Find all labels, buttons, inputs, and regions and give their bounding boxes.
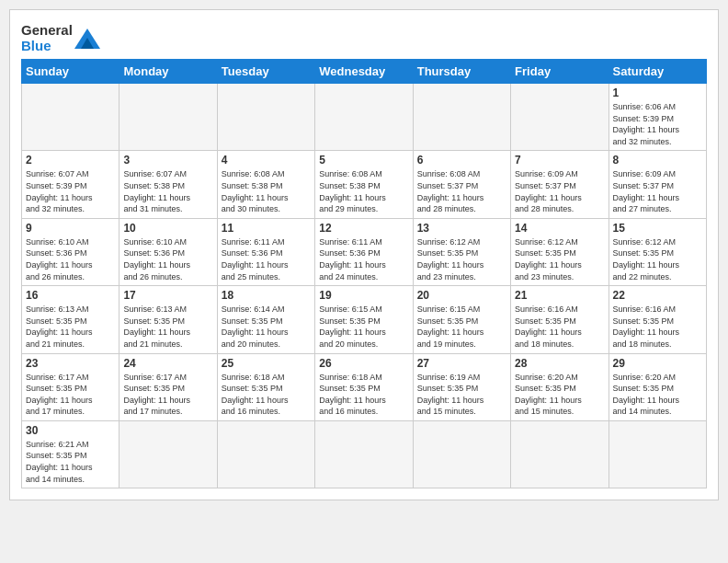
day-info: Sunrise: 6:17 AM Sunset: 5:35 PM Dayligh…: [26, 372, 115, 418]
day-number: 24: [123, 357, 212, 370]
calendar-cell: 2Sunrise: 6:07 AM Sunset: 5:39 PM Daylig…: [22, 151, 119, 218]
day-info: Sunrise: 6:08 AM Sunset: 5:38 PM Dayligh…: [222, 168, 311, 214]
week-row-4: 23Sunrise: 6:17 AM Sunset: 5:35 PM Dayli…: [22, 353, 707, 420]
day-info: Sunrise: 6:10 AM Sunset: 5:36 PM Dayligh…: [26, 236, 115, 282]
calendar-cell: 14Sunrise: 6:12 AM Sunset: 5:35 PM Dayli…: [511, 218, 609, 285]
week-row-2: 9Sunrise: 6:10 AM Sunset: 5:36 PM Daylig…: [22, 218, 707, 285]
day-number: 11: [222, 222, 311, 235]
calendar-cell: [119, 84, 217, 151]
day-info: Sunrise: 6:16 AM Sunset: 5:35 PM Dayligh…: [613, 304, 702, 350]
day-info: Sunrise: 6:19 AM Sunset: 5:35 PM Dayligh…: [417, 372, 506, 418]
day-number: 26: [319, 357, 408, 370]
day-number: 12: [319, 222, 408, 235]
day-info: Sunrise: 6:15 AM Sunset: 5:35 PM Dayligh…: [417, 304, 506, 350]
weekday-header-saturday: Saturday: [609, 60, 706, 84]
calendar-cell: 27Sunrise: 6:19 AM Sunset: 5:35 PM Dayli…: [413, 353, 510, 420]
day-number: 13: [417, 222, 506, 235]
day-number: 28: [515, 357, 604, 370]
day-info: Sunrise: 6:10 AM Sunset: 5:36 PM Dayligh…: [123, 236, 212, 282]
calendar-cell: 15Sunrise: 6:12 AM Sunset: 5:35 PM Dayli…: [609, 218, 706, 285]
logo-blue: Blue: [21, 38, 51, 53]
day-info: Sunrise: 6:06 AM Sunset: 5:39 PM Dayligh…: [613, 101, 702, 147]
calendar-cell: [315, 420, 413, 488]
calendar-cell: 22Sunrise: 6:16 AM Sunset: 5:35 PM Dayli…: [609, 286, 706, 353]
calendar-cell: 21Sunrise: 6:16 AM Sunset: 5:35 PM Dayli…: [511, 286, 609, 353]
day-number: 27: [417, 357, 506, 370]
day-info: Sunrise: 6:21 AM Sunset: 5:35 PM Dayligh…: [26, 439, 115, 485]
day-info: Sunrise: 6:07 AM Sunset: 5:38 PM Dayligh…: [123, 168, 212, 214]
calendar-cell: 23Sunrise: 6:17 AM Sunset: 5:35 PM Dayli…: [22, 353, 119, 420]
day-info: Sunrise: 6:11 AM Sunset: 5:36 PM Dayligh…: [319, 236, 408, 282]
week-row-3: 16Sunrise: 6:13 AM Sunset: 5:35 PM Dayli…: [22, 286, 707, 353]
calendar-cell: [217, 84, 314, 151]
day-info: Sunrise: 6:20 AM Sunset: 5:35 PM Dayligh…: [515, 372, 604, 418]
day-number: 21: [515, 289, 604, 302]
calendar-cell: [511, 420, 609, 488]
day-number: 19: [319, 289, 408, 302]
day-info: Sunrise: 6:12 AM Sunset: 5:35 PM Dayligh…: [515, 236, 604, 282]
calendar-cell: 6Sunrise: 6:08 AM Sunset: 5:37 PM Daylig…: [413, 151, 510, 218]
day-number: 5: [319, 154, 408, 167]
calendar-cell: 26Sunrise: 6:18 AM Sunset: 5:35 PM Dayli…: [315, 353, 413, 420]
calendar-cell: [609, 420, 706, 488]
week-row-1: 2Sunrise: 6:07 AM Sunset: 5:39 PM Daylig…: [22, 151, 707, 218]
weekday-header-friday: Friday: [511, 60, 609, 84]
day-number: 8: [613, 154, 702, 167]
calendar-cell: [511, 84, 609, 151]
weekday-header-sunday: Sunday: [22, 60, 119, 84]
calendar-cell: 3Sunrise: 6:07 AM Sunset: 5:38 PM Daylig…: [119, 151, 217, 218]
calendar-cell: 17Sunrise: 6:13 AM Sunset: 5:35 PM Dayli…: [119, 286, 217, 353]
day-number: 30: [26, 424, 115, 437]
calendar-cell: 10Sunrise: 6:10 AM Sunset: 5:36 PM Dayli…: [119, 218, 217, 285]
day-number: 3: [123, 154, 212, 167]
day-info: Sunrise: 6:12 AM Sunset: 5:35 PM Dayligh…: [613, 236, 702, 282]
day-number: 20: [417, 289, 506, 302]
day-info: Sunrise: 6:13 AM Sunset: 5:35 PM Dayligh…: [123, 304, 212, 350]
day-info: Sunrise: 6:16 AM Sunset: 5:35 PM Dayligh…: [515, 304, 604, 350]
calendar-cell: [22, 84, 119, 151]
logo: General Blue: [21, 23, 100, 53]
day-info: Sunrise: 6:20 AM Sunset: 5:35 PM Dayligh…: [613, 372, 702, 418]
day-number: 22: [613, 289, 702, 302]
day-info: Sunrise: 6:13 AM Sunset: 5:35 PM Dayligh…: [26, 304, 115, 350]
weekday-header-tuesday: Tuesday: [217, 60, 314, 84]
calendar-cell: 9Sunrise: 6:10 AM Sunset: 5:36 PM Daylig…: [22, 218, 119, 285]
calendar-cell: 19Sunrise: 6:15 AM Sunset: 5:35 PM Dayli…: [315, 286, 413, 353]
day-info: Sunrise: 6:17 AM Sunset: 5:35 PM Dayligh…: [123, 372, 212, 418]
day-number: 16: [26, 289, 115, 302]
calendar-container: General Blue SundayMondayTuesdayWednesda…: [9, 9, 719, 500]
day-number: 4: [222, 154, 311, 167]
logo-general: General: [21, 22, 73, 38]
calendar-cell: 25Sunrise: 6:18 AM Sunset: 5:35 PM Dayli…: [217, 353, 314, 420]
day-number: 29: [613, 357, 702, 370]
day-number: 14: [515, 222, 604, 235]
week-row-5: 30Sunrise: 6:21 AM Sunset: 5:35 PM Dayli…: [22, 420, 707, 488]
calendar-cell: 4Sunrise: 6:08 AM Sunset: 5:38 PM Daylig…: [217, 151, 314, 218]
calendar-cell: 5Sunrise: 6:08 AM Sunset: 5:38 PM Daylig…: [315, 151, 413, 218]
weekday-header-row: SundayMondayTuesdayWednesdayThursdayFrid…: [22, 60, 707, 84]
day-info: Sunrise: 6:09 AM Sunset: 5:37 PM Dayligh…: [613, 168, 702, 214]
day-info: Sunrise: 6:18 AM Sunset: 5:35 PM Dayligh…: [222, 372, 311, 418]
calendar-cell: 13Sunrise: 6:12 AM Sunset: 5:35 PM Dayli…: [413, 218, 510, 285]
day-number: 1: [613, 86, 702, 99]
day-info: Sunrise: 6:08 AM Sunset: 5:38 PM Dayligh…: [319, 168, 408, 214]
day-number: 7: [515, 154, 604, 167]
logo-icon: [74, 29, 100, 49]
day-number: 25: [222, 357, 311, 370]
calendar-cell: 24Sunrise: 6:17 AM Sunset: 5:35 PM Dayli…: [119, 353, 217, 420]
day-info: Sunrise: 6:14 AM Sunset: 5:35 PM Dayligh…: [222, 304, 311, 350]
calendar-cell: 20Sunrise: 6:15 AM Sunset: 5:35 PM Dayli…: [413, 286, 510, 353]
calendar-table: SundayMondayTuesdayWednesdayThursdayFrid…: [21, 59, 707, 488]
day-number: 17: [123, 289, 212, 302]
calendar-cell: 28Sunrise: 6:20 AM Sunset: 5:35 PM Dayli…: [511, 353, 609, 420]
calendar-cell: 16Sunrise: 6:13 AM Sunset: 5:35 PM Dayli…: [22, 286, 119, 353]
day-info: Sunrise: 6:11 AM Sunset: 5:36 PM Dayligh…: [222, 236, 311, 282]
weekday-header-thursday: Thursday: [413, 60, 510, 84]
calendar-cell: 11Sunrise: 6:11 AM Sunset: 5:36 PM Dayli…: [217, 218, 314, 285]
calendar-cell: [119, 420, 217, 488]
calendar-cell: [217, 420, 314, 488]
calendar-cell: 30Sunrise: 6:21 AM Sunset: 5:35 PM Dayli…: [22, 420, 119, 488]
calendar-cell: 29Sunrise: 6:20 AM Sunset: 5:35 PM Dayli…: [609, 353, 706, 420]
day-info: Sunrise: 6:09 AM Sunset: 5:37 PM Dayligh…: [515, 168, 604, 214]
day-info: Sunrise: 6:18 AM Sunset: 5:35 PM Dayligh…: [319, 372, 408, 418]
